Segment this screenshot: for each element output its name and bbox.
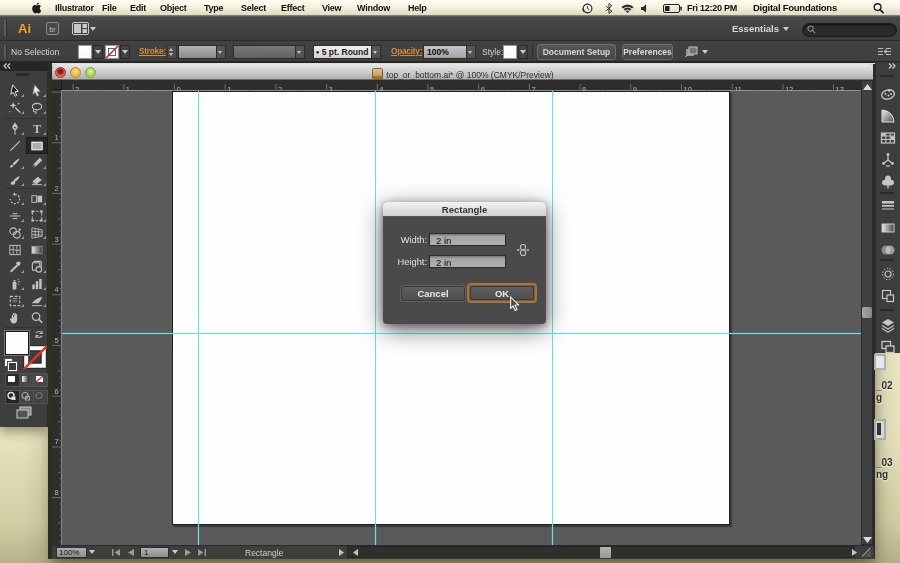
- svg-text:2: 2: [55, 184, 59, 193]
- svg-text:3: 3: [55, 235, 59, 244]
- svg-text:7: 7: [55, 437, 59, 446]
- svg-text:4: 4: [55, 285, 59, 294]
- svg-text:T: T: [33, 122, 41, 136]
- svg-text:5: 5: [55, 336, 59, 345]
- svg-text:8: 8: [55, 488, 59, 497]
- svg-text:6: 6: [55, 387, 59, 396]
- svg-text:1: 1: [55, 133, 59, 142]
